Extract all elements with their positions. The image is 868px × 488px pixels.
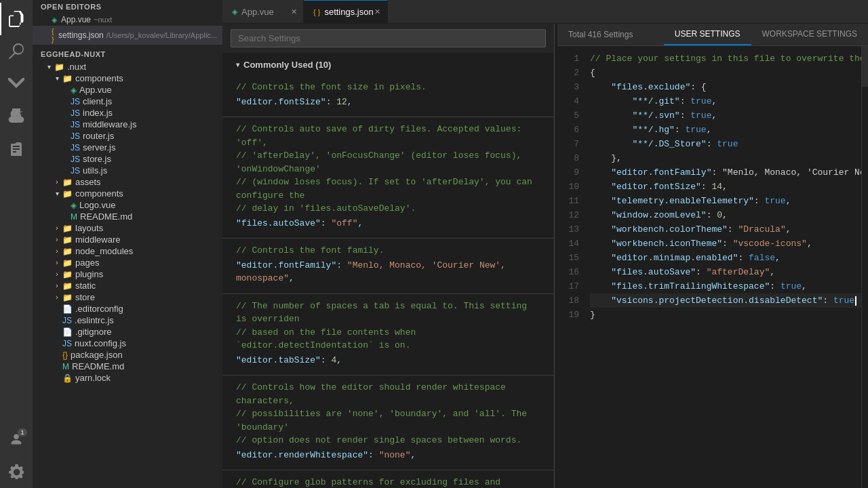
tree-item-label: .gitignore bbox=[75, 327, 111, 337]
explorer-header[interactable]: EGGHEAD-NUXT bbox=[33, 45, 222, 61]
tree-item[interactable]: JSindex.js bbox=[33, 107, 222, 119]
code-content[interactable]: // Place your settings in this file to o… bbox=[585, 46, 861, 488]
tree-item-label: yarn.lock bbox=[75, 373, 111, 383]
tree-item[interactable]: 🔒yarn.lock bbox=[33, 372, 222, 384]
tree-item[interactable]: JS.eslintrc.js bbox=[33, 314, 222, 326]
tree-item[interactable]: 📄.editorconfig bbox=[33, 303, 222, 314]
file-icon: JS bbox=[71, 131, 80, 141]
tree-item-label: nuxt.config.js bbox=[75, 338, 126, 348]
open-editors-section: OPEN EDITORS ◈ App.vue ~nuxt { } setting… bbox=[33, 0, 222, 45]
open-editors-header[interactable]: OPEN EDITORS bbox=[33, 0, 222, 14]
folder-arrow: › bbox=[52, 178, 62, 186]
account-icon[interactable]: 1 bbox=[0, 423, 33, 455]
tab-settings-json-close[interactable]: ✕ bbox=[372, 7, 383, 18]
setting-filesexclude: // Configure glob patterns for excluding… bbox=[222, 470, 554, 488]
extensions-icon[interactable] bbox=[0, 133, 33, 165]
tree-item[interactable]: JSclient.js bbox=[33, 96, 222, 107]
line-number: 15 bbox=[557, 251, 579, 265]
tree-item-label: router.js bbox=[83, 131, 114, 141]
tree-item[interactable]: ◈Logo.vue bbox=[33, 199, 222, 211]
source-control-icon[interactable] bbox=[0, 68, 33, 100]
line-number: 5 bbox=[557, 108, 579, 123]
tree-item[interactable]: ›📁middleware bbox=[33, 234, 222, 245]
settings-content: ▾ Commonly Used (10) // Controls the fon… bbox=[222, 53, 554, 488]
open-editor-settings-json-path: /Users/p_kovalev/Library/Applic... bbox=[106, 31, 217, 39]
folder-arrow: › bbox=[52, 224, 62, 232]
tab-app-vue-close[interactable]: ✕ bbox=[288, 6, 299, 17]
search-icon[interactable] bbox=[0, 35, 33, 68]
folder-icon: 📁 bbox=[62, 247, 73, 256]
settings-gear-icon[interactable] bbox=[0, 455, 33, 488]
line-numbers: 12345678910111213141516171819 bbox=[557, 46, 585, 488]
tree-item-label: middleware bbox=[75, 235, 120, 245]
tree-item-label: package.json bbox=[71, 350, 123, 360]
tree-item[interactable]: ›📁plugins bbox=[33, 268, 222, 280]
tab-json-icon: { } bbox=[313, 8, 320, 16]
tree-item[interactable]: MREADME.md bbox=[33, 211, 222, 222]
folder-arrow: ▾ bbox=[52, 190, 62, 197]
line-number: 16 bbox=[557, 265, 579, 279]
tree-item-label: README.md bbox=[72, 361, 124, 371]
line-number: 18 bbox=[557, 293, 579, 308]
file-tree: ▾📁.nuxt▾📁components◈App.vueJSclient.jsJS… bbox=[33, 61, 222, 488]
tab-settings-json[interactable]: { } settings.json ✕ bbox=[304, 0, 388, 23]
tree-item-label: .editorconfig bbox=[75, 304, 123, 314]
line-number: 8 bbox=[557, 151, 579, 165]
tree-item[interactable]: ▾📁components bbox=[33, 188, 222, 199]
tree-item[interactable]: ›📁pages bbox=[33, 257, 222, 268]
folder-icon: 📁 bbox=[62, 270, 73, 279]
line-number: 7 bbox=[557, 137, 579, 151]
tab-user-settings[interactable]: USER SETTINGS bbox=[664, 24, 751, 45]
tree-item[interactable]: ›📁node_modules bbox=[33, 245, 222, 257]
file-icon: {} bbox=[62, 350, 68, 360]
json-editor: Total 416 Settings USER SETTINGS WORKSPA… bbox=[557, 24, 868, 488]
line-number: 10 bbox=[557, 180, 579, 194]
folder-arrow: ▾ bbox=[52, 75, 62, 82]
file-icon: JS bbox=[71, 166, 80, 176]
search-input[interactable] bbox=[231, 29, 546, 47]
tree-item[interactable]: ◈App.vue bbox=[33, 84, 222, 96]
tree-item-label: index.js bbox=[83, 108, 113, 118]
tree-item-label: .nuxt bbox=[67, 62, 86, 72]
tree-item[interactable]: ›📁assets bbox=[33, 176, 222, 188]
setting-fontsize: // Controls the font size in pixels. "ed… bbox=[222, 75, 554, 117]
tree-item[interactable]: JSrouter.js bbox=[33, 130, 222, 142]
setting-fontsize-comment: // Controls the font size in pixels. bbox=[236, 81, 540, 94]
sidebar: OPEN EDITORS ◈ App.vue ~nuxt { } setting… bbox=[33, 0, 222, 488]
folder-icon: 📁 bbox=[62, 281, 73, 291]
tree-item[interactable]: ›📁layouts bbox=[33, 222, 222, 234]
debug-icon[interactable] bbox=[0, 100, 33, 133]
tree-item[interactable]: ▾📁.nuxt bbox=[33, 61, 222, 73]
line-number: 14 bbox=[557, 237, 579, 251]
tree-item[interactable]: MREADME.md bbox=[33, 361, 222, 372]
editor-area: ▾ Commonly Used (10) // Controls the fon… bbox=[222, 24, 868, 488]
tree-item-label: plugins bbox=[75, 269, 103, 279]
explorer-label: EGGHEAD-NUXT bbox=[41, 50, 106, 58]
tab-app-vue[interactable]: ◈ App.vue ✕ bbox=[222, 0, 304, 23]
tree-item[interactable]: {}package.json bbox=[33, 349, 222, 361]
tree-item[interactable]: JSmiddleware.js bbox=[33, 119, 222, 130]
open-editor-app-vue[interactable]: ◈ App.vue ~nuxt bbox=[33, 14, 222, 26]
code-line: "editor.minimap.enabled": false, bbox=[590, 251, 861, 265]
tree-item[interactable]: ›📁store bbox=[33, 291, 222, 303]
tree-item[interactable]: JSserver.js bbox=[33, 142, 222, 153]
line-number: 17 bbox=[557, 279, 579, 293]
tree-item[interactable]: ›📁static bbox=[33, 280, 222, 291]
settings-section-commonly-used[interactable]: ▾ Commonly Used (10) bbox=[222, 53, 554, 75]
tree-item[interactable]: JSnuxt.config.js bbox=[33, 338, 222, 349]
tab-app-vue-label: App.vue bbox=[241, 7, 274, 17]
files-icon[interactable] bbox=[0, 3, 33, 35]
setting-renderwhitespace: // Controls how the editor should render… bbox=[222, 375, 554, 470]
tree-item[interactable]: JSutils.js bbox=[33, 165, 222, 176]
json-editor-header: Total 416 Settings USER SETTINGS WORKSPA… bbox=[557, 24, 868, 46]
tab-settings-json-label: settings.json bbox=[324, 7, 373, 17]
open-editor-settings-json[interactable]: { } settings.json /Users/p_kovalev/Libra… bbox=[33, 26, 222, 45]
tree-item-label: store bbox=[75, 292, 95, 302]
tab-workspace-settings[interactable]: WORKSPACE SETTINGS bbox=[751, 24, 868, 45]
section-label: Commonly Used (10) bbox=[243, 60, 331, 70]
tree-item[interactable]: ▾📁components bbox=[33, 73, 222, 84]
tree-item[interactable]: 📄.gitignore bbox=[33, 326, 222, 338]
tree-item[interactable]: JSstore.js bbox=[33, 153, 222, 165]
file-icon: JS bbox=[62, 339, 72, 348]
folder-arrow: › bbox=[52, 259, 62, 266]
